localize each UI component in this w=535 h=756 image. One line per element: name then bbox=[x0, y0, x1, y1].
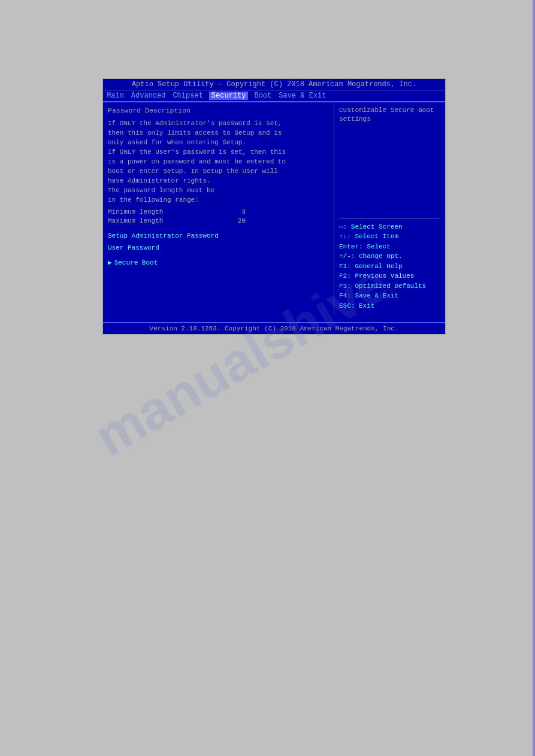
max-length-value: 20 bbox=[238, 217, 246, 226]
min-length-value: 3 bbox=[241, 208, 246, 217]
keybind-select-item: ↑↓: Select Item bbox=[339, 232, 440, 242]
footer-bar: Version 2.18.1263. Copyright (C) 2018 Am… bbox=[103, 322, 445, 334]
keybind-section: ↔: Select Screen ↑↓: Select Item Enter: … bbox=[339, 222, 440, 311]
help-text: Customizable Secure Boot settings bbox=[339, 106, 440, 214]
desc-line-9: in the following range: bbox=[108, 196, 329, 205]
secure-boot-label: Secure Boot bbox=[114, 259, 158, 268]
desc-line-7: have Administrator rights. bbox=[108, 177, 329, 186]
user-password-link[interactable]: User Password bbox=[108, 244, 329, 253]
desc-line-1: If ONLY the Administrator's password is … bbox=[108, 119, 329, 129]
title-bar: Aptio Setup Utility - Copyright (C) 2018… bbox=[103, 79, 445, 90]
menu-item-save-exit[interactable]: Save & Exit bbox=[277, 92, 327, 100]
menu-item-security[interactable]: Security bbox=[209, 92, 249, 100]
secure-boot-item[interactable]: ▶ Secure Boot bbox=[108, 259, 329, 268]
scrollbar bbox=[533, 0, 535, 756]
desc-line-8: The password length must be bbox=[108, 186, 329, 196]
main-content: Password Description If ONLY the Adminis… bbox=[103, 102, 445, 314]
menu-item-main[interactable]: Main bbox=[105, 92, 125, 100]
keybind-f3: F3: Optimized Defaults bbox=[339, 281, 440, 292]
right-divider bbox=[339, 218, 440, 218]
keybind-change-opt: +/-: Change Opt. bbox=[339, 251, 440, 262]
bios-window: Aptio Setup Utility - Copyright (C) 2018… bbox=[102, 78, 446, 335]
keybind-enter: Enter: Select bbox=[339, 242, 440, 252]
desc-line-4: If ONLY the User's password is set, then… bbox=[108, 148, 329, 157]
desc-line-5: is a power on password and must be enter… bbox=[108, 157, 329, 167]
keybind-f4: F4: Save & Exit bbox=[339, 291, 440, 301]
section-title: Password Description bbox=[108, 106, 329, 116]
min-length-label: Minimum length bbox=[108, 208, 163, 217]
menu-item-chipset[interactable]: Chipset bbox=[171, 92, 204, 100]
title-text: Aptio Setup Utility - Copyright (C) 2018… bbox=[132, 80, 416, 89]
max-length-label: Maximum length bbox=[108, 217, 163, 226]
right-panel: Customizable Secure Boot settings ↔: Sel… bbox=[334, 102, 445, 314]
left-panel: Password Description If ONLY the Adminis… bbox=[103, 102, 334, 314]
min-length-row: Minimum length 3 bbox=[108, 208, 246, 217]
desc-line-2: then this only limits access to Setup an… bbox=[108, 129, 329, 138]
keybind-f2: F2: Previous Values bbox=[339, 271, 440, 281]
max-length-row: Maximum length 20 bbox=[108, 217, 246, 226]
description: If ONLY the Administrator's password is … bbox=[108, 119, 329, 205]
menu-item-advanced[interactable]: Advanced bbox=[130, 92, 167, 100]
desc-line-3: only asked for when entering Setup. bbox=[108, 138, 329, 148]
footer-text: Version 2.18.1263. Copyright (C) 2018 Am… bbox=[150, 325, 399, 332]
menu-item-boot[interactable]: Boot bbox=[253, 92, 273, 100]
admin-password-link[interactable]: Setup Administrator Password bbox=[108, 232, 329, 241]
keybind-esc: ESC: Exit bbox=[339, 301, 440, 311]
submenu-arrow-icon: ▶ bbox=[108, 259, 112, 268]
keybind-f1: F1: General Help bbox=[339, 262, 440, 272]
keybind-select-screen: ↔: Select Screen bbox=[339, 222, 440, 232]
desc-line-6: boot or enter Setup. In Setup the User w… bbox=[108, 167, 329, 177]
menu-bar[interactable]: Main Advanced Chipset Security Boot Save… bbox=[103, 90, 445, 102]
